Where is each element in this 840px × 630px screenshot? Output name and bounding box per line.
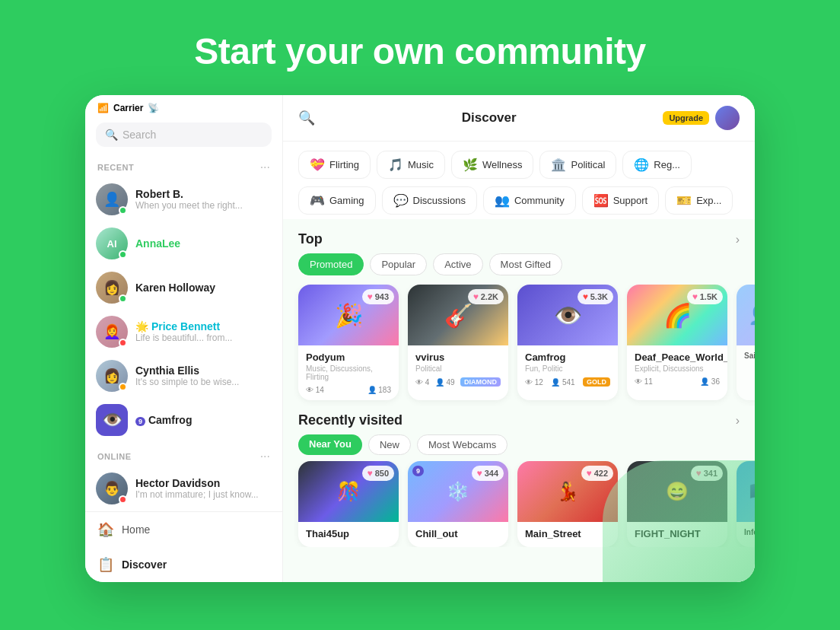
category-community[interactable]: 👥 Community <box>483 186 576 215</box>
filter-popular[interactable]: Popular <box>370 253 427 275</box>
avatar-wrap: Al <box>96 228 128 259</box>
community-card-camfrog[interactable]: 👁️ ♥ 5.3K Camfrog Fun, Politic 👁 12 👤 54… <box>517 285 618 400</box>
carrier-label: Carrier <box>113 103 143 113</box>
search-placeholder: Search <box>123 129 156 141</box>
card-tags: Fun, Politic <box>525 364 610 373</box>
contact-info: Robert B. When you meet the right... <box>135 188 272 211</box>
heart-icon: ♥ <box>587 468 592 479</box>
filter-near-you[interactable]: Near You <box>298 434 362 455</box>
gold-badge: GOLD <box>583 377 610 387</box>
category-music[interactable]: 🎵 Music <box>377 151 445 179</box>
heart-icon: ♥ <box>368 468 373 479</box>
nav-item-home[interactable]: 🏠 Home <box>85 512 282 547</box>
support-icon: 🆘 <box>593 193 609 208</box>
filter-promoted[interactable]: Promoted <box>298 253 364 275</box>
category-gaming[interactable]: 🎮 Gaming <box>298 186 376 215</box>
app-window: 📶 Carrier 📡 🔍 Search RECENT ··· 👤 <box>85 95 755 582</box>
filter-most-webcams[interactable]: Most Webcams <box>417 434 508 455</box>
card-body: SaimC <box>737 345 755 368</box>
contact-info: Cynthia Ellis It's so simple to be wise.… <box>135 364 272 387</box>
filter-new[interactable]: New <box>368 434 411 455</box>
viewers-stat: 👁 11 <box>635 377 653 386</box>
list-item[interactable]: 👁️ 9 Camfrog <box>85 398 282 442</box>
category-political-label: Political <box>571 159 605 170</box>
gaming-icon: 🎮 <box>310 193 325 208</box>
search-bar[interactable]: 🔍 Search <box>96 123 272 147</box>
filter-active[interactable]: Active <box>433 253 482 275</box>
recently-visited-chevron[interactable]: › <box>736 414 740 428</box>
nav-discover-label: Discover <box>122 558 167 571</box>
bottom-card-image: ❄️ 9 ♥ 344 <box>408 461 508 522</box>
online-more-button[interactable]: ··· <box>260 450 270 463</box>
filter-most-gifted[interactable]: Most Gifted <box>489 253 562 275</box>
online-label: ONLINE <box>97 452 132 461</box>
list-item[interactable]: 👩 Cynthia Ellis It's so simple to be wis… <box>85 354 282 398</box>
sidebar: 📶 Carrier 📡 🔍 Search RECENT ··· 👤 <box>85 95 283 582</box>
top-section-title: Top <box>298 231 323 247</box>
list-item[interactable]: 👩‍🦰 🌟 Price Bennett Life is beautiful...… <box>85 310 282 354</box>
categories-row2: 🎮 Gaming 💬 Discussions 👥 Community 🆘 Sup… <box>283 182 755 219</box>
contact-info: AnnaLee <box>135 237 272 250</box>
contact-name: Hector Davidson <box>135 477 272 489</box>
community-card-vvirus[interactable]: 🎸 ♥ 2.2K vvirus Political 👁 4 👤 49 DIAMO… <box>408 285 508 400</box>
avatar-wrap: 👩 <box>96 272 128 304</box>
category-music-label: Music <box>408 159 434 170</box>
heart-badge: ♥ 344 <box>472 466 504 481</box>
top-section-chevron[interactable]: › <box>736 233 740 247</box>
avatar-wrap: 👩‍🦰 <box>96 316 128 348</box>
card-body: Deaf_Peace_World_Club Explicit, Discussi… <box>627 345 727 392</box>
community-card-saimc[interactable]: 👤 SaimC <box>737 285 755 400</box>
avatar-wrap: 👁️ <box>96 404 128 436</box>
flirting-icon: 💝 <box>310 158 325 172</box>
list-item[interactable]: Al AnnaLee <box>85 221 282 266</box>
heart-count: 943 <box>375 292 389 301</box>
recent-label: RECENT <box>97 163 134 172</box>
community-card-deaf-peace[interactable]: 🌈 ♥ 1.5K Deaf_Peace_World_Club Explicit,… <box>627 285 727 400</box>
status-dot <box>119 495 127 504</box>
card-image-camfrog: 👁️ ♥ 5.3K <box>517 285 618 345</box>
card-name: vvirus <box>415 352 501 363</box>
top-section-header: Top › <box>283 219 755 253</box>
card-image-podyum: 🎉 ♥ 943 <box>298 285 399 345</box>
recent-more-button[interactable]: ··· <box>260 161 270 174</box>
card-tags: Political <box>415 364 501 373</box>
category-discussions[interactable]: 💬 Discussions <box>382 186 477 215</box>
heart-count: 2.2K <box>481 292 498 301</box>
category-wellness[interactable]: 🌿 Wellness <box>451 151 534 179</box>
category-political[interactable]: 🏛️ Political <box>539 151 616 179</box>
discover-search-icon[interactable]: 🔍 <box>298 110 315 126</box>
category-exp[interactable]: 🎫 Exp... <box>665 186 733 215</box>
list-item[interactable]: 👨 Hector Davidson I'm not immature; I ju… <box>85 466 282 511</box>
list-item[interactable]: 👤 Robert B. When you meet the right... <box>85 177 282 221</box>
category-discussions-label: Discussions <box>413 195 466 206</box>
viewers-stat: 👁 14 <box>306 386 324 394</box>
contact-msg: Life is beautiful... from... <box>135 332 272 343</box>
category-support[interactable]: 🆘 Support <box>582 186 660 215</box>
category-community-label: Community <box>514 195 565 206</box>
contact-list: 👤 Robert B. When you meet the right... A… <box>85 177 282 511</box>
heart-badge: ♥ 943 <box>362 289 394 304</box>
heart-count: 344 <box>485 469 498 478</box>
discussions-icon: 💬 <box>393 193 409 208</box>
list-item[interactable]: 👩 Karen Holloway <box>85 266 282 310</box>
contact-info: Karen Holloway <box>135 282 272 294</box>
card-body: Camfrog Fun, Politic 👁 12 👤 541 GOLD <box>517 345 618 393</box>
card-name: Deaf_Peace_World_Club <box>635 352 720 363</box>
user-avatar[interactable] <box>715 106 740 130</box>
members-stat: 👤 183 <box>368 386 391 394</box>
card-name: Chill_out <box>415 528 501 539</box>
community-card-podyum[interactable]: 🎉 ♥ 943 Podyum Music, Discussions, Flirt… <box>298 285 399 400</box>
bottom-card-thai45up[interactable]: 🎊 ♥ 850 Thai45up <box>298 461 399 547</box>
discover-title: Discover <box>315 110 663 126</box>
nav-item-discover[interactable]: 📋 Discover <box>85 547 282 582</box>
contact-name: AnnaLee <box>135 237 272 250</box>
contact-name: 9 Camfrog <box>135 414 272 426</box>
status-dot <box>119 339 127 347</box>
discover-header: 🔍 Discover Upgrade <box>283 95 755 142</box>
category-reg[interactable]: 🌐 Reg... <box>622 151 692 179</box>
category-flirting[interactable]: 💝 Flirting <box>298 151 371 179</box>
heart-icon: ♥ <box>583 291 588 302</box>
bottom-card-chill-out[interactable]: ❄️ 9 ♥ 344 Chill_out <box>408 461 508 547</box>
upgrade-badge[interactable]: Upgrade <box>663 111 709 125</box>
status-dot <box>119 383 127 391</box>
